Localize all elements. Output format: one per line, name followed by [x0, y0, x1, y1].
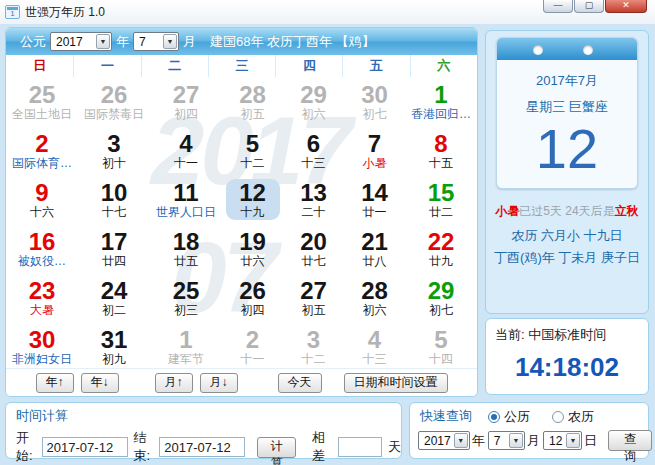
calendar-cell[interactable]: 1香港回归…	[405, 77, 477, 126]
calendar-cell[interactable]: 30初七	[344, 77, 405, 126]
day-number: 10	[93, 180, 135, 205]
calendar-cell[interactable]: 14廿一	[344, 175, 405, 224]
datetime-settings-button[interactable]: 日期和时间设置	[344, 373, 448, 393]
calendar-cell[interactable]: 28初五	[222, 77, 283, 126]
day-number: 11	[156, 180, 216, 205]
maximize-button[interactable]: ▢	[574, 0, 604, 13]
calendar-cell[interactable]: 4十三	[344, 322, 405, 371]
calendar-cell[interactable]: 5十四	[405, 322, 477, 371]
calendar-cell[interactable]: 26初四	[222, 273, 283, 322]
day-sublabel: 初九	[93, 352, 135, 366]
calendar-cell[interactable]: 27初四	[150, 77, 222, 126]
month-down-button[interactable]: 月↓	[200, 373, 238, 393]
day-number: 3	[93, 131, 135, 156]
calendar-cell[interactable]: 29初七	[405, 273, 477, 322]
calendar-cell[interactable]: 4十一	[150, 126, 222, 175]
query-year-dropdown[interactable]: 2017 ▼	[418, 431, 470, 450]
year-down-button[interactable]: 年↓	[81, 373, 119, 393]
day-sublabel: 十三	[354, 352, 396, 366]
calendar-cell[interactable]: 23大暑	[6, 273, 78, 322]
chevron-down-icon: ▼	[163, 34, 177, 49]
calendar-cell[interactable]: 17廿四	[78, 224, 150, 273]
quick-query-panel: 快速查询 公历 农历 2017 ▼ 年 7 ▼ 月 12 ▼ 日 查询	[409, 402, 649, 459]
diff-days-input[interactable]	[338, 437, 382, 457]
calendar-cell[interactable]: 30非洲妇女日	[6, 322, 78, 371]
calendar-cell[interactable]: 19廿六	[222, 224, 283, 273]
calendar-cell[interactable]: 11世界人口日	[150, 175, 222, 224]
month-dropdown[interactable]: 7 ▼	[133, 32, 179, 51]
calendar-cell[interactable]: 27初五	[283, 273, 344, 322]
radio-selected-icon	[488, 411, 500, 423]
calendar-cell[interactable]: 1建军节	[150, 322, 222, 371]
query-day-dropdown[interactable]: 12 ▼	[543, 431, 582, 450]
calendar-cell[interactable]: 12十九	[222, 175, 283, 224]
calendar-cell[interactable]: 2国际体育…	[6, 126, 78, 175]
query-month-dropdown[interactable]: 7 ▼	[488, 431, 525, 450]
year-up-button[interactable]: 年↑	[36, 373, 74, 393]
calendar-cell[interactable]: 9十六	[6, 175, 78, 224]
day-sublabel: 十五	[420, 156, 462, 170]
calendar-cell[interactable]: 20廿七	[283, 224, 344, 273]
calendar-cell[interactable]: 24初二	[78, 273, 150, 322]
solar-radio[interactable]: 公历	[488, 408, 530, 426]
day-sublabel: 初四	[165, 107, 207, 121]
calendar-cell[interactable]: 25初三	[150, 273, 222, 322]
calendar-cell[interactable]: 18廿五	[150, 224, 222, 273]
day-sublabel: 全国土地日	[12, 107, 72, 121]
calendar-cell[interactable]: 15廿二	[405, 175, 477, 224]
day-sublabel: 非洲妇女日	[12, 352, 72, 366]
days-unit-label: 天	[388, 438, 401, 456]
calendar-cell[interactable]: 28初六	[344, 273, 405, 322]
calculate-button[interactable]: 计算	[257, 437, 296, 458]
end-date-input[interactable]	[159, 437, 245, 457]
day-sublabel: 廿五	[165, 254, 207, 268]
calendar-panel: 公元 2017 ▼ 年 7 ▼ 月 建国68年 农历丁酉年 【鸡】 日一二三四五…	[5, 27, 478, 397]
calendar-cell[interactable]: 13二十	[283, 175, 344, 224]
today-button[interactable]: 今天	[278, 373, 322, 393]
calendar-cell[interactable]: 8十五	[405, 126, 477, 175]
calendar-cell[interactable]: 29初六	[283, 77, 344, 126]
calendar-cell[interactable]: 31初九	[78, 322, 150, 371]
calendar-cell[interactable]: 16被奴役…	[6, 224, 78, 273]
day-number: 26	[84, 82, 144, 107]
day-sublabel: 香港回归…	[411, 107, 471, 121]
calendar-cell[interactable]: 3十二	[283, 322, 344, 371]
day-sublabel: 十二	[232, 156, 274, 170]
minimize-button[interactable]: —	[543, 0, 573, 13]
month-up-button[interactable]: 月↑	[155, 373, 193, 393]
day-sublabel: 初七	[420, 303, 462, 317]
year-dropdown[interactable]: 2017 ▼	[50, 32, 112, 51]
query-button[interactable]: 查询	[608, 430, 652, 451]
calendar-cell[interactable]: 2十一	[222, 322, 283, 371]
day-number: 5	[420, 327, 462, 352]
calendar-toolbar: 公元 2017 ▼ 年 7 ▼ 月 建国68年 农历丁酉年 【鸡】	[6, 28, 477, 55]
calendar-cell[interactable]: 22廿九	[405, 224, 477, 273]
day-number: 22	[420, 229, 462, 254]
day-number: 17	[93, 229, 135, 254]
ganzhi-line: 丁酉(鸡)年 丁未月 庚子日	[486, 249, 648, 267]
query-month-value: 7	[494, 434, 501, 448]
calendar-cell[interactable]: 26国际禁毒日	[78, 77, 150, 126]
window-title: 世强万年历 1.0	[25, 4, 105, 21]
calendar-cell[interactable]: 10十七	[78, 175, 150, 224]
calendar-cell[interactable]: 7小暑	[344, 126, 405, 175]
calendar-cell[interactable]: 5十二	[222, 126, 283, 175]
day-sublabel: 初五	[232, 107, 274, 121]
day-number: 3	[293, 327, 335, 352]
lunar-date-line: 农历 六月小 十九日	[486, 227, 648, 245]
day-number: 16	[18, 229, 66, 254]
card-week-line: 星期三 巨蟹座	[497, 98, 637, 116]
calendar-cell[interactable]: 21廿八	[344, 224, 405, 273]
weekday-header: 一	[73, 55, 140, 77]
title-bar: 世强万年历 1.0 — ▢ ✕	[0, 0, 655, 24]
calendar-cell[interactable]: 25全国土地日	[6, 77, 78, 126]
time-calc-panel: 时间计算 开始: 结束: 计算 相差 天	[5, 402, 402, 459]
calendar-cell[interactable]: 6十三	[283, 126, 344, 175]
chevron-down-icon: ▼	[454, 433, 468, 448]
calendar-cell[interactable]: 3初十	[78, 126, 150, 175]
start-date-input[interactable]	[42, 437, 128, 457]
lunar-radio[interactable]: 农历	[552, 408, 594, 426]
close-button[interactable]: ✕	[605, 0, 647, 13]
diff-label: 相差	[312, 429, 330, 465]
day-sublabel: 大暑	[21, 303, 63, 317]
